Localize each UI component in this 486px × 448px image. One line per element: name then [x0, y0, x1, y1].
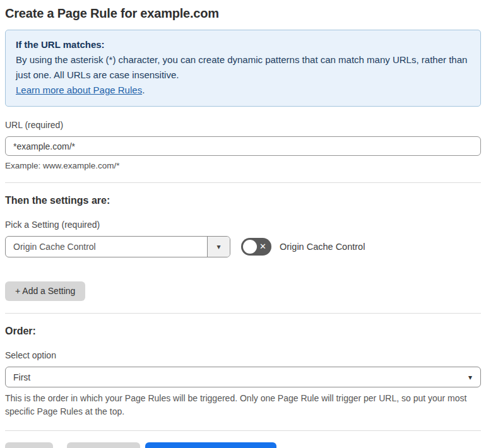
url-example-text: Example: www.example.com/* [5, 161, 481, 170]
url-match-info-box: If the URL matches: By using the asteris… [5, 30, 481, 107]
chevron-down-icon: ▾ [216, 242, 220, 251]
toggle-knob [243, 240, 257, 254]
order-section-heading: Order: [5, 326, 481, 337]
settings-section-heading: Then the settings are: [5, 195, 481, 206]
order-help-text: This is the order in which your Page Rul… [5, 392, 472, 418]
info-box-heading: If the URL matches: [16, 37, 470, 52]
add-setting-button[interactable]: + Add a Setting [5, 281, 85, 301]
order-select-label: Select option [5, 350, 481, 360]
save-as-draft-button[interactable]: Save as Draft [67, 442, 141, 448]
chevron-down-icon: ▾ [468, 373, 480, 382]
pick-setting-dropdown-button[interactable]: ▾ [207, 237, 230, 257]
footer-actions: Cancel Save as Draft Save and Deploy Pag… [5, 442, 481, 448]
order-dropdown[interactable]: First ▾ [5, 367, 481, 387]
divider [5, 430, 481, 431]
learn-more-link[interactable]: Learn more about Page Rules [16, 85, 142, 95]
pick-setting-selected-value: Origin Cache Control [6, 237, 207, 257]
pick-setting-dropdown[interactable]: Origin Cache Control ▾ [5, 236, 230, 257]
save-and-deploy-button[interactable]: Save and Deploy Page Rule [145, 442, 276, 448]
url-input[interactable] [5, 136, 481, 156]
url-field-label: URL (required) [5, 120, 481, 130]
order-selected-value: First [6, 372, 468, 382]
toggle-label: Origin Cache Control [280, 242, 365, 252]
setting-row: Origin Cache Control ▾ ✕ Origin Cache Co… [5, 236, 481, 257]
page-title: Create a Page Rule for example.com [5, 6, 481, 21]
info-box-link-line: Learn more about Page Rules. [16, 83, 470, 98]
toggle-off-x-icon: ✕ [259, 242, 266, 251]
divider [5, 182, 481, 183]
create-page-rule-panel: Create a Page Rule for example.com If th… [0, 0, 486, 448]
info-box-body-text: By using the asterisk (*) character, you… [16, 54, 467, 80]
cancel-button[interactable]: Cancel [5, 442, 53, 448]
link-suffix: . [142, 85, 145, 95]
divider [5, 313, 481, 314]
pick-setting-label: Pick a Setting (required) [5, 220, 481, 230]
info-box-body: By using the asterisk (*) character, you… [16, 52, 470, 83]
origin-cache-control-toggle[interactable]: ✕ [241, 238, 271, 256]
